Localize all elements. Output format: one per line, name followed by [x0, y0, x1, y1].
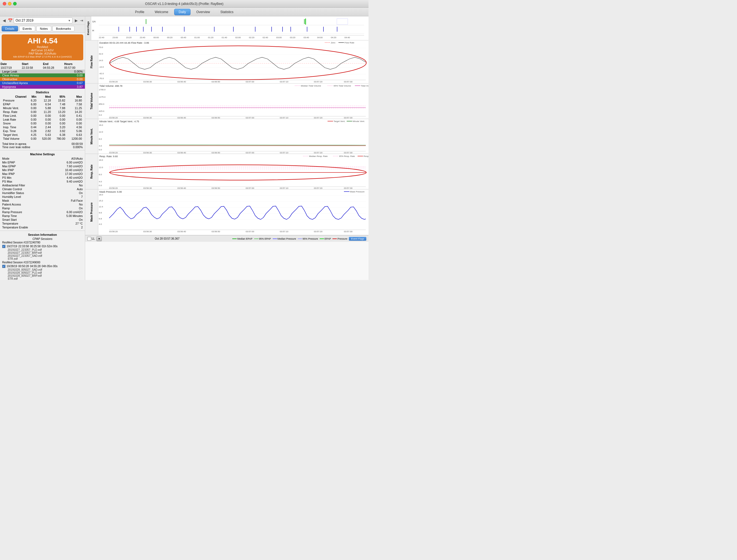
maximize-button[interactable] — [13, 2, 17, 5]
svg-text:03:56:20: 03:56:20 — [109, 117, 118, 119]
svg-text:03:56:20: 03:56:20 — [109, 187, 118, 189]
ll-checkbox[interactable] — [87, 237, 91, 241]
svg-text:03:00: 03:00 — [276, 36, 282, 39]
setting-max-ipap: Max IPAP 17.00 cmH2O — [2, 172, 83, 176]
left-panel: ◀ 📅 Oct 27 2019 ▼ ▶ ⇥ Details Events Not… — [0, 16, 85, 280]
flow-rate-chart-row: Flow Rate Duration 00:01:20 AHI 44.46 Fl… — [85, 40, 369, 84]
svg-text:Target Vent.: Target Vent. — [334, 120, 345, 123]
svg-text:03:57:10: 03:57:10 — [280, 151, 289, 154]
svg-rect-8 — [151, 27, 152, 32]
totals-section: Total time in apnea 00:00:59 Time over l… — [0, 142, 85, 149]
minimize-button[interactable] — [8, 2, 11, 5]
tab-details[interactable]: Details — [2, 26, 18, 31]
close-button[interactable] — [3, 2, 6, 5]
svg-text:Tidal Volume: Tidal Volume — [361, 85, 369, 87]
date-select[interactable]: Oct 27 2019 ▼ — [14, 17, 73, 23]
svg-text:6.8: 6.8 — [99, 218, 102, 220]
stat-resp-rate: Resp. Rate 0.00 11.20 13.20 14.20 — [2, 110, 83, 114]
svg-text:03:56:30: 03:56:30 — [143, 81, 152, 83]
stat-epap: EPAP 6.00 6.54 7.48 7.58 — [2, 102, 83, 106]
stat-snore: Snore 0.00 0.00 0.00 0.00 — [2, 121, 83, 125]
svg-text:03:57:10: 03:57:10 — [280, 187, 289, 189]
pap-mode: PAP Mode: ASVAuto — [4, 52, 81, 55]
tab-profile[interactable]: Profile — [130, 9, 149, 15]
svg-text:03:56:20: 03:56:20 — [109, 151, 118, 154]
svg-text:03:56:40: 03:56:40 — [177, 151, 186, 154]
flow-rate-label-container: Flow Rate — [85, 40, 98, 83]
dropdown-button[interactable]: ▼ — [96, 236, 102, 241]
stat-pressure: Pressure 6.20 12.18 15.82 16.80 — [2, 99, 83, 102]
event-flags-content: UA H — [91, 16, 369, 40]
session-1-id: ResMed Session #1572240780 — [2, 240, 83, 245]
minute-vent-label: Minute Vent. — [90, 128, 93, 144]
svg-text:04:00: 04:00 — [317, 36, 323, 39]
svg-line-103 — [109, 145, 366, 145]
legend-epap: EPAP — [320, 237, 331, 240]
prev-date-button[interactable]: ◀ — [2, 18, 7, 23]
svg-text:42.0: 42.0 — [99, 53, 103, 55]
tab-notes[interactable]: Notes — [36, 26, 51, 31]
svg-text:03:56:20: 03:56:20 — [109, 81, 118, 83]
svg-text:95% Resp. Rate: 95% Resp. Rate — [339, 155, 355, 157]
nav-tabs: Profile Welcome Daily Overview Statistic… — [0, 8, 369, 16]
svg-text:00:40: 00:40 — [181, 36, 186, 39]
svg-text:01:20: 01:20 — [208, 36, 214, 39]
setting-ramp: Ramp On — [2, 206, 83, 210]
device-model: AirCurve 10 ASV — [4, 49, 81, 52]
tab-welcome[interactable]: Welcome — [150, 9, 173, 15]
legend-95-epap: 95% EPAP — [254, 237, 271, 240]
flow-rate-chart-content: Duration 00:01:20 AHI 44.46 Flow Rate: -… — [98, 40, 369, 83]
flow-rate-title: Duration 00:01:20 AHI 44.46 Flow Rate: -… — [99, 41, 149, 44]
session-1-row: ✓ 10/27/19 22:33:58 00:25:58 01h 52m 00s — [2, 245, 83, 248]
col-hours: Hours — [64, 62, 85, 66]
svg-text:70.0: 70.0 — [99, 46, 103, 49]
median-epap-line-icon — [232, 239, 237, 239]
device-settings: Min EPAP 6.0 Max IPAP 17.0 PS 4.4–9.4 (c… — [4, 55, 81, 58]
session-1-checkbox[interactable]: ✓ — [2, 245, 5, 248]
svg-text:02:20: 02:20 — [249, 36, 255, 39]
device-name: ResMed — [4, 45, 81, 49]
median-pressure-line-icon — [273, 239, 277, 239]
svg-text:23:40: 23:40 — [140, 36, 145, 39]
calendar-icon[interactable]: 📅 — [8, 18, 13, 23]
setting-antibacterial: Antibacterial Filter No — [2, 183, 83, 187]
session-2-end: 04:55:28 — [30, 265, 41, 268]
svg-point-58 — [110, 46, 366, 80]
svg-text:03:57:20: 03:57:20 — [314, 81, 323, 83]
svg-rect-17 — [307, 27, 307, 32]
minute-vent-label-container: Minute Vent. — [85, 119, 98, 154]
tab-statistics[interactable]: Statistics — [216, 9, 238, 15]
statistics-section: Statistics Channel Min Med 95% Max Press… — [0, 89, 85, 142]
tab-overview[interactable]: Overview — [192, 9, 215, 15]
col-end: End — [43, 62, 64, 66]
session-2-duration: 04h 05m 00s — [42, 265, 58, 268]
tab-daily[interactable]: Daily — [174, 9, 191, 15]
svg-text:03:57:20: 03:57:20 — [314, 187, 323, 189]
svg-text:9.6: 9.6 — [99, 212, 102, 214]
svg-text:8.0: 8.0 — [99, 173, 102, 176]
95-epap-line-icon — [254, 239, 258, 239]
stat-exp-time: Exp. Time 0.28 2.82 3.92 5.06 — [2, 129, 83, 133]
event-flags-button[interactable]: Event Flags — [349, 237, 366, 241]
svg-text:12.0: 12.0 — [99, 131, 103, 133]
setting-ps-max: PS Max 9.40 cmH2O — [2, 180, 83, 183]
svg-text:-14.0: -14.0 — [99, 66, 104, 68]
obstructive-value: 0.00 — [77, 78, 83, 81]
next-date-button[interactable]: ▶ — [74, 18, 79, 23]
large-leak-row: Large Leak 0.00% — [0, 70, 85, 73]
session-2-file1: 20191028_005027_SAD.edf — [8, 268, 83, 271]
svg-rect-21 — [337, 19, 348, 25]
svg-rect-4 — [118, 27, 119, 32]
svg-text:02:40: 02:40 — [263, 36, 268, 39]
divider2 — [0, 231, 85, 231]
setting-patient-access: Patient Access No — [2, 202, 83, 206]
svg-text:0.0: 0.0 — [99, 114, 102, 116]
window-title: OSCAR v1.1.0-testing-4 (a8dc05c3) (Profi… — [145, 2, 224, 6]
svg-text:18.0: 18.0 — [99, 193, 103, 196]
tab-events[interactable]: Events — [19, 26, 35, 31]
setting-humidifier: Humidifier Status On — [2, 191, 83, 195]
session-2-checkbox[interactable]: ✓ — [2, 265, 5, 268]
tab-bookmarks[interactable]: Bookmarks — [52, 26, 75, 31]
jump-to-icon[interactable]: ⇥ — [80, 18, 83, 23]
col-start: Start — [21, 62, 43, 66]
